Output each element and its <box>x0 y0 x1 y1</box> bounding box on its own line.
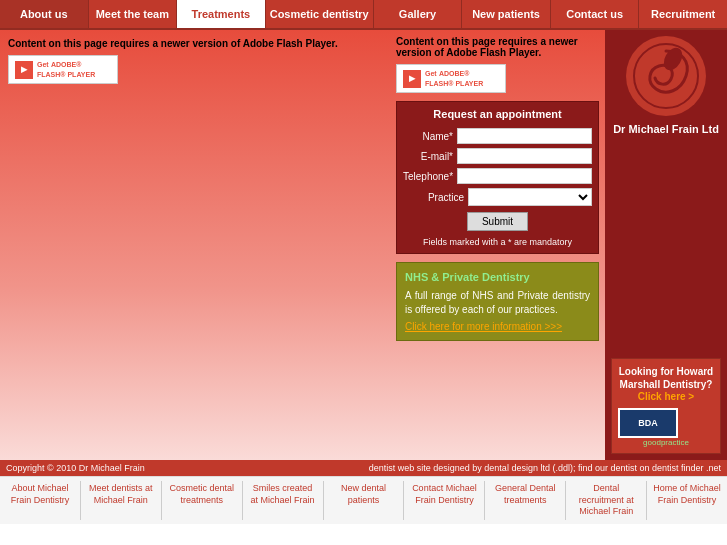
logo-swirl-icon <box>631 41 701 111</box>
footer-bar: Copyright © 2010 Dr Michael Frain dentis… <box>0 460 727 476</box>
howard-link[interactable]: Click here > <box>638 391 694 402</box>
telephone-label: Telephone* <box>403 171 457 182</box>
name-label: Name* <box>403 131 457 142</box>
flash-text-left: Get ADOBE® FLASH® PLAYER <box>37 60 95 79</box>
footer-link-2[interactable]: Cosmetic dental treatments <box>162 481 243 520</box>
flash-text-center: Get ADOBE® FLASH® PLAYER <box>425 69 483 88</box>
appointment-box: Request an appointment Name* E-mail* Tel… <box>396 101 599 254</box>
adobe-label: ADOBE® <box>51 61 81 68</box>
footer-links: About Michael Frain DentistryMeet dentis… <box>0 476 727 524</box>
main-content: Content on this page requires a newer ve… <box>0 30 727 460</box>
flash-badge-center[interactable]: ▶ Get ADOBE® FLASH® PLAYER <box>396 64 506 93</box>
left-panel: Content on this page requires a newer ve… <box>0 30 390 460</box>
name-row: Name* <box>403 128 592 144</box>
howard-box: Looking for Howard Marshall Dentistry? C… <box>611 358 721 454</box>
mandatory-note: Fields marked with a * are mandatory <box>403 237 592 247</box>
telephone-input[interactable] <box>457 168 592 184</box>
footer-link-7[interactable]: Dental recruitment at Michael Frain <box>566 481 647 520</box>
nhs-title: NHS & Private Dentistry <box>405 271 590 283</box>
name-input[interactable] <box>457 128 592 144</box>
dr-name: Dr Michael Frain Ltd <box>613 122 719 137</box>
get-label: Get <box>37 61 49 68</box>
email-input[interactable] <box>457 148 592 164</box>
designer-text: dentist web site designed by dental desi… <box>369 463 721 473</box>
center-panel: Content on this page requires a newer ve… <box>390 30 605 460</box>
footer-link-0[interactable]: About Michael Frain Dentistry <box>0 481 81 520</box>
nhs-description: A full range of NHS and Private dentistr… <box>405 289 590 317</box>
nhs-box: NHS & Private Dentistry A full range of … <box>396 262 599 341</box>
flash-badge-left[interactable]: ▶ Get ADOBE® FLASH® PLAYER <box>8 55 118 84</box>
footer-link-6[interactable]: General Dental treatments <box>485 481 566 520</box>
good-practice-label: goodpractice <box>618 438 714 447</box>
copyright-text: Copyright © 2010 Dr Michael Frain <box>6 463 145 473</box>
nav-item-contact-us[interactable]: Contact us <box>551 0 640 28</box>
player-label: FLASH® PLAYER <box>37 71 95 78</box>
practice-label: Practice <box>403 192 468 203</box>
right-panel: Dr Michael Frain Ltd Looking for Howard … <box>605 30 727 460</box>
nav-item-recruitment[interactable]: Recruitment <box>639 0 727 28</box>
nav-item-cosmetic-dentistry[interactable]: Cosmetic dentistry <box>266 0 374 28</box>
footer-link-8[interactable]: Home of Michael Frain Dentistry <box>647 481 727 520</box>
footer-link-5[interactable]: Contact Michael Frain Dentistry <box>404 481 485 520</box>
svg-point-0 <box>634 44 698 108</box>
nav-item-treatments[interactable]: Treatments <box>177 0 266 28</box>
bda-label: BDA <box>638 418 658 428</box>
appointment-title: Request an appointment <box>403 108 592 120</box>
logo-circle <box>626 36 706 116</box>
email-row: E-mail* <box>403 148 592 164</box>
footer-link-4[interactable]: New dental patients <box>324 481 405 520</box>
howard-title: Looking for Howard Marshall Dentistry? <box>618 365 714 391</box>
bda-badge: BDA <box>618 408 678 438</box>
nav-item-meet-the-team[interactable]: Meet the team <box>89 0 178 28</box>
footer-link-1[interactable]: Meet dentists at Michael Frain <box>81 481 162 520</box>
flash-icon-center: ▶ <box>403 70 421 88</box>
nav-item-gallery[interactable]: Gallery <box>374 0 463 28</box>
email-label: E-mail* <box>403 151 457 162</box>
practice-select[interactable] <box>468 188 592 206</box>
nav-item-new-patients[interactable]: New patients <box>462 0 551 28</box>
nav-bar: About usMeet the teamTreatmentsCosmetic … <box>0 0 727 30</box>
nav-item-about-us[interactable]: About us <box>0 0 89 28</box>
nhs-link[interactable]: Click here for more information >>> <box>405 321 590 332</box>
flash-notice-center: Content on this page requires a newer ve… <box>396 36 599 58</box>
telephone-row: Telephone* <box>403 168 592 184</box>
flash-icon-left: ▶ <box>15 61 33 79</box>
practice-row: Practice <box>403 188 592 206</box>
footer-link-3[interactable]: Smiles created at Michael Frain <box>243 481 324 520</box>
flash-notice-left: Content on this page requires a newer ve… <box>8 38 382 49</box>
submit-button[interactable]: Submit <box>467 212 528 231</box>
